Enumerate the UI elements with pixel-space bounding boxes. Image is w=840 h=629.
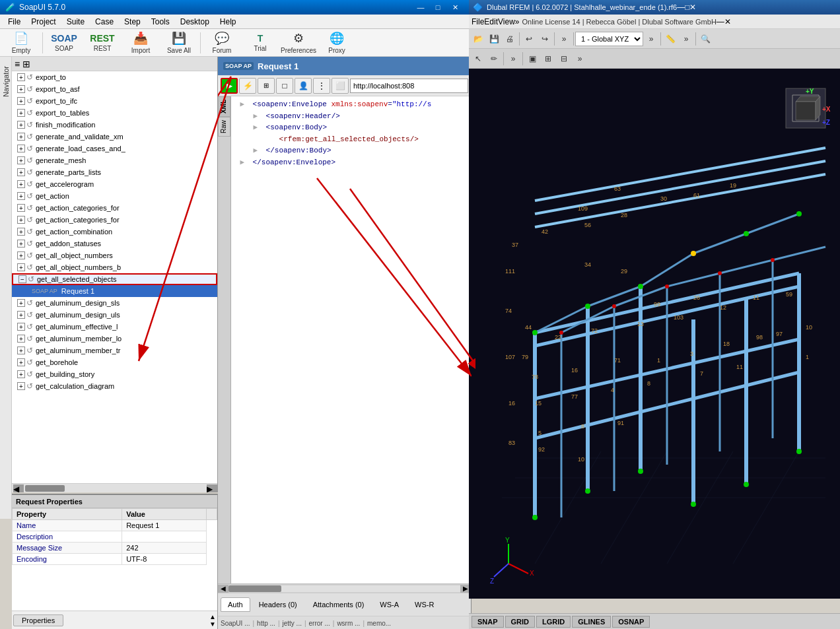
coord-system-select[interactable]: 1 - Global XYZ [575,32,643,46]
tree-item-get-action[interactable]: + ↺ get_action [12,190,217,202]
hscroll-thumb[interactable] [228,585,281,592]
expand-icon[interactable]: + [17,216,25,224]
tab-attachments[interactable]: Attachments (0) [306,597,372,612]
tree-item-get-action-cat1[interactable]: + ↺ get_action_categories_for [12,202,217,214]
rfem-tb-save[interactable]: 💾 [486,32,502,46]
rfem-tb-open[interactable]: 📂 [470,32,486,46]
snap-btn[interactable]: SNAP [472,616,504,628]
tb-rest-btn[interactable]: REST REST [84,30,121,55]
rfem-minimize-btn[interactable]: — [677,3,685,12]
rfem-tb-coord-more[interactable]: » [643,32,659,46]
tb-proxy-btn[interactable]: 🌐 Proxy [318,30,355,55]
rfem-tb2-more2[interactable]: » [572,51,588,66]
tree-item-get-all-selected-objects[interactable]: − ↺ get_all_selected_objects [12,273,217,285]
tree-item-get-aluminum-design-uls[interactable]: + ↺ get_aluminum_design_uls [12,309,217,321]
rfem-tb-redo[interactable]: ↪ [537,32,553,46]
xml-hscrollbar[interactable]: ◀ ▶ [218,583,471,593]
glines-btn[interactable]: GLINES [572,616,611,628]
tb-trial-btn[interactable]: T Trial [242,30,279,55]
expand-icon[interactable]: + [17,121,25,129]
xml-tab[interactable]: XML [218,96,230,117]
rfem-menu-min2[interactable]: — [717,17,724,26]
rfem-menu-more[interactable]: » [515,17,520,26]
req-btn-2[interactable]: ⚡ [239,78,256,94]
navigator-sidebar[interactable]: Navigator [0,57,12,519]
tree-item-get-aluminum-member-lo[interactable]: + ↺ get_aluminum_member_lo [12,333,217,345]
tree-item-get-calculation-diagram[interactable]: + ↺ get_calculation_diagram [12,380,217,392]
hscroll-left[interactable]: ◀ [218,585,228,593]
req-btn-4[interactable]: □ [276,78,293,94]
tree-item-get-action-combination[interactable]: + ↺ get_action_combination [12,226,217,238]
expand-icon[interactable]: + [17,145,25,152]
expand-icon[interactable]: + [17,299,25,307]
expand-icon[interactable]: + [17,263,25,271]
tab-wsa[interactable]: WS-A [372,597,406,612]
tree-item-export-to-ifc[interactable]: + ↺ export_to_ifc [12,95,217,107]
rfem-tb2-view2[interactable]: ⊞ [540,51,556,66]
rfem-tb2-view3[interactable]: ⊟ [556,51,572,66]
tree-item-get-aluminum-effective[interactable]: + ↺ get_aluminum_effective_l [12,321,217,333]
req-btn-6[interactable]: ⋮ [313,78,330,94]
raw-tab[interactable]: Raw [218,117,230,137]
log-memo[interactable]: memo... [367,620,391,627]
expand-icon[interactable]: + [17,85,25,93]
expand-icon[interactable]: + [17,192,25,200]
tree-item-get-addon-statuses[interactable]: + ↺ get_addon_statuses [12,238,217,249]
req-btn-3[interactable]: ⊞ [258,78,275,94]
expand-icon[interactable]: + [17,311,25,319]
rfem-menu-view[interactable]: View [498,17,515,26]
menu-suite[interactable]: Suite [61,16,90,28]
menu-case[interactable]: Case [90,16,119,28]
scroll-down-btn[interactable]: ▼ [209,620,216,628]
tree-item-export-to[interactable]: + ↺ export_to [12,71,217,83]
expand-icon[interactable]: − [18,275,26,283]
scroll-track[interactable] [25,485,205,492]
req-btn-7[interactable]: ⬜ [332,78,349,94]
menu-help[interactable]: Help [215,16,242,28]
menu-project[interactable]: Project [26,16,61,28]
tree-subitem-request1[interactable]: SOAP AP Request 1 [12,285,217,297]
tb-saveall-btn[interactable]: 💾 Save All [160,30,197,55]
scroll-thumb[interactable] [25,485,65,492]
osnap-btn[interactable]: OSNAP [612,616,650,628]
menu-desktop[interactable]: Desktop [175,16,215,28]
log-jetty[interactable]: jetty ... [282,620,301,627]
expand-icon[interactable]: + [17,97,25,105]
properties-btn[interactable]: Properties [13,614,63,626]
rfem-close-btn[interactable]: ✕ [689,3,696,12]
tb-empty-btn[interactable]: 📄 Empty [3,30,40,55]
expand-icon[interactable]: + [17,156,25,164]
tree-item-get-action-cat2[interactable]: + ↺ get_action_categories_for [12,214,217,226]
rfem-viewport[interactable]: +X +Y +Z [469,69,840,599]
tree-item-get-building-story[interactable]: + ↺ get_building_story [12,368,217,380]
expand-icon[interactable]: + [17,168,25,176]
tab-headers[interactable]: Headers (0) [252,597,304,612]
expand-icon[interactable]: + [17,347,25,354]
rfem-tb2-view1[interactable]: ▣ [524,51,540,66]
scroll-left-btn[interactable]: ◀ [13,484,24,492]
tree-item-generate-validate[interactable]: + ↺ generate_and_validate_xm [12,131,217,143]
tb-preferences-btn[interactable]: ⚙ Preferences [280,30,317,55]
rfem-tb-undo[interactable]: ↩ [521,32,537,46]
tb-soap-btn[interactable]: SOAP SOAP [46,30,83,55]
rfem-menu-file[interactable]: File [472,17,484,26]
scroll-up-btn[interactable]: ▲ [209,613,216,620]
rfem-menu-close2[interactable]: ✕ [724,17,731,26]
tree-expand-icon[interactable]: ⊞ [22,59,30,69]
expand-icon[interactable]: + [17,382,25,390]
play-btn[interactable]: ▶ [221,78,238,94]
expand-icon[interactable]: + [17,133,25,141]
log-wsrm[interactable]: wsrm ... [337,620,360,627]
hscroll-track[interactable] [228,585,460,592]
tree-item-export-to-asf[interactable]: + ↺ export_to_asf [12,83,217,95]
expand-icon[interactable]: + [17,228,25,236]
rfem-tb-search[interactable]: 🔍 [697,32,713,46]
tree-item-export-to-tables[interactable]: + ↺ export_to_tables [12,107,217,119]
expand-icon[interactable]: + [17,323,25,331]
menu-tools[interactable]: Tools [146,16,175,28]
expand-icon[interactable]: + [17,180,25,188]
expand-icon[interactable]: + [17,204,25,212]
log-error[interactable]: error ... [309,620,330,627]
props-scroll[interactable]: ▲ ▼ [209,613,216,628]
expand-icon[interactable]: + [17,370,25,378]
